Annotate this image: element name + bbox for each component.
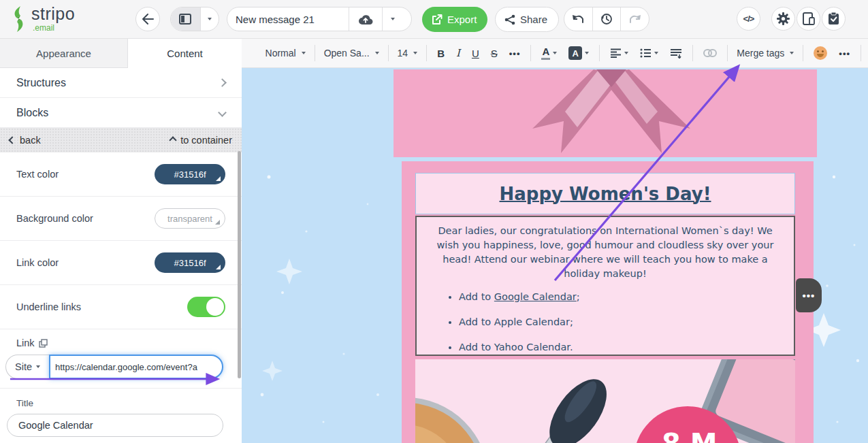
- clipboard-check-icon: [828, 12, 839, 25]
- underline-links-setting: Underline links: [0, 285, 242, 329]
- preview-devices-button[interactable]: [797, 7, 820, 31]
- stripo-logo[interactable]: stripo .email: [11, 5, 75, 33]
- formatting-toolbar: Normal Open Sa... 14 B I U S ••• A A: [242, 39, 868, 68]
- tab-content[interactable]: Content: [128, 39, 242, 68]
- chevron-down-icon: [624, 52, 628, 54]
- selected-text-block[interactable]: Dear ladies, our congratulations on Inte…: [415, 216, 795, 356]
- code-editor-button[interactable]: </>: [737, 7, 760, 31]
- logo-brand: stripo: [31, 5, 75, 22]
- settings-sidebar: Structures Blocks back to container Text…: [0, 68, 242, 443]
- ribbon-banner-image[interactable]: [393, 69, 817, 157]
- message-options-caret-button[interactable]: [383, 7, 403, 31]
- calendar-list: Add to Google Calendar; Add to Apple Cal…: [459, 291, 794, 352]
- share-button[interactable]: Share: [495, 7, 559, 32]
- message-title-input[interactable]: [227, 7, 349, 31]
- merge-tags-select[interactable]: Merge tags: [737, 48, 794, 59]
- emoji-button[interactable]: [812, 46, 829, 60]
- background-color-picker[interactable]: transparent: [155, 208, 225, 229]
- more-formatting-button[interactable]: •••: [508, 48, 522, 59]
- settings-button[interactable]: [771, 7, 795, 31]
- highlight-color-icon: A: [568, 46, 582, 60]
- indent-button[interactable]: [669, 48, 684, 59]
- chevron-down-icon: [36, 365, 40, 368]
- blocks-section[interactable]: Blocks: [0, 98, 242, 128]
- email-canvas[interactable]: Happy Women's Day! Dear ladies, our cong…: [242, 68, 868, 443]
- panel-layout-icon: [179, 14, 191, 24]
- share-label: Share: [520, 14, 547, 25]
- app-header: stripo .email: [0, 0, 868, 39]
- list-item: Add to Apple Calendar;: [459, 316, 794, 327]
- heading-block[interactable]: Happy Women's Day!: [415, 173, 795, 214]
- highlight-color-button[interactable]: A: [567, 46, 590, 60]
- paragraph-style-select[interactable]: Normal: [266, 48, 306, 59]
- paragraph-style-value: Normal: [266, 48, 296, 59]
- align-button[interactable]: [609, 48, 630, 58]
- link-url-input[interactable]: [49, 355, 223, 379]
- chevron-down-icon: [375, 52, 379, 54]
- link-setting: Link Site: [0, 329, 242, 389]
- underline-button[interactable]: U: [470, 48, 481, 59]
- font-family-select[interactable]: Open Sa...: [324, 48, 379, 59]
- structures-section[interactable]: Structures: [0, 68, 242, 98]
- back-button[interactable]: [135, 7, 160, 31]
- chevron-right-icon: [218, 78, 227, 87]
- history-group: [564, 7, 649, 31]
- bold-button[interactable]: B: [436, 48, 446, 59]
- share-icon: [504, 14, 515, 25]
- history-clock-icon: [600, 13, 613, 25]
- logo-suffix: .email: [33, 24, 75, 32]
- link-type-select[interactable]: Site: [5, 355, 49, 379]
- gear-icon: [777, 12, 790, 25]
- to-container-link[interactable]: to container: [170, 135, 232, 146]
- cloud-upload-icon: [358, 14, 373, 25]
- panel-toggle-button[interactable]: [171, 7, 200, 31]
- title-setting: Title: [0, 389, 242, 437]
- google-calendar-link[interactable]: Google Calendar: [494, 291, 577, 302]
- background-color-value: transparent: [167, 214, 212, 224]
- save-cloud-button[interactable]: [349, 7, 382, 31]
- text-color-button[interactable]: A: [540, 46, 558, 60]
- message-title-group: [227, 7, 412, 31]
- redo-icon: [628, 14, 642, 24]
- list-item: Add to Yahoo Calendar.: [459, 342, 794, 352]
- tasks-button[interactable]: [822, 7, 846, 31]
- email-body-frame[interactable]: Happy Women's Day! Dear ladies, our cong…: [402, 161, 814, 443]
- underline-links-toggle[interactable]: [187, 297, 225, 317]
- divider: [315, 45, 315, 61]
- history-button[interactable]: [593, 7, 621, 31]
- merge-tags-label: Merge tags: [737, 48, 784, 59]
- block-options-button[interactable]: •••: [796, 278, 822, 312]
- strikethrough-button[interactable]: S: [489, 48, 499, 59]
- sidebar-tabs: Appearance Content: [0, 39, 242, 68]
- sidebar-scrollbar[interactable]: [238, 151, 241, 378]
- insert-link-button[interactable]: [702, 49, 718, 57]
- external-window-icon: [39, 339, 48, 348]
- undo-button[interactable]: [564, 7, 592, 31]
- toolbar-more-button[interactable]: •••: [837, 48, 852, 59]
- export-button[interactable]: Export: [422, 7, 487, 32]
- tab-appearance[interactable]: Appearance: [0, 39, 128, 68]
- chevron-down-icon: [413, 52, 417, 54]
- font-size-value: 14: [398, 48, 408, 59]
- structures-label: Structures: [16, 77, 66, 89]
- text-color-picker[interactable]: #31516f: [155, 164, 225, 184]
- list-button[interactable]: [639, 48, 660, 58]
- font-size-select[interactable]: 14: [398, 48, 418, 59]
- chevron-down-icon: [391, 18, 395, 20]
- chevron-left-icon: [8, 136, 16, 144]
- list-item: Add to Google Calendar;: [459, 291, 794, 302]
- toggle-knob: [206, 298, 224, 316]
- link-color-picker[interactable]: #31516f: [155, 252, 225, 273]
- panel-toggle-caret-button[interactable]: [201, 7, 219, 31]
- makeup-image[interactable]: 8 M: [415, 359, 795, 443]
- italic-button[interactable]: I: [455, 47, 462, 59]
- link-title-input[interactable]: [7, 414, 223, 437]
- to-container-label: to container: [180, 135, 232, 146]
- back-link[interactable]: back: [10, 135, 41, 146]
- makeup-graphic: 8 M: [415, 359, 795, 443]
- text-color-icon: A: [541, 46, 550, 60]
- redo-button[interactable]: [621, 7, 649, 31]
- arrow-left-icon: [142, 14, 154, 24]
- chevron-up-icon: [170, 136, 177, 144]
- chevron-down-icon: [654, 52, 658, 54]
